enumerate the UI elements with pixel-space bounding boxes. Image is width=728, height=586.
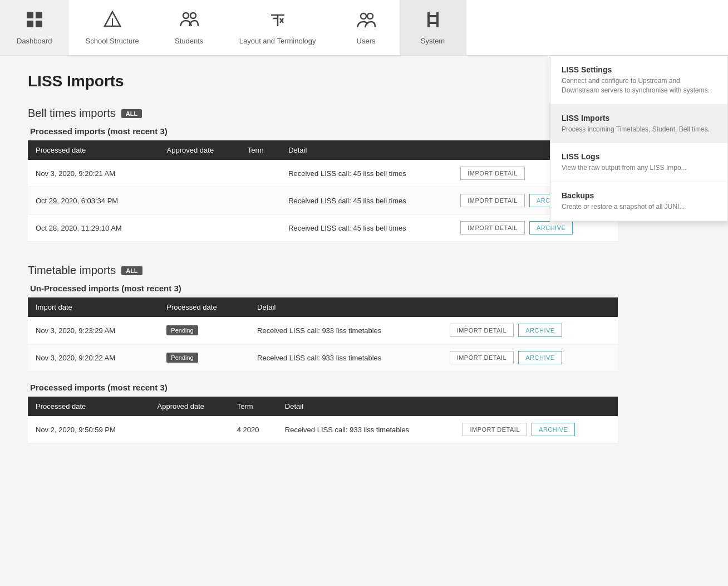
svg-point-8 [190,13,196,18]
timetable-unprocessed-table: Import date Processed date Detail Nov 3,… [28,297,618,372]
nav-users[interactable]: Users [333,0,400,55]
dropdown-liss-settings[interactable]: LISS Settings Connect and configure to U… [550,56,727,105]
dropdown-liss-imports-desc: Process incoming Timetables, Student, Be… [562,125,716,134]
tt-unproc-row1-processed-date: Pending [159,317,249,344]
school-structure-icon [104,11,121,32]
nav-students-label: Students [175,37,203,45]
timetable-unprocessed-header-row: Import date Processed date Detail [28,297,618,317]
bell-row1-approved-date [159,160,240,187]
dropdown-backups[interactable]: Backups Create or restore a snapshot of … [550,182,727,221]
col-detail: Detail [281,140,452,160]
bell-row1-term [240,160,281,187]
timetable-all-badge[interactable]: ALL [121,266,142,275]
table-row: Nov 2, 2020, 9:50:59 PM 4 2020 Received … [28,416,618,443]
bell-times-table: Processed date Approved date Term Detail… [28,140,618,242]
dropdown-liss-logs-desc: View the raw output from any LISS Impo..… [562,163,716,173]
tt-unproc-row1-detail: Received LISS call: 933 liss timetables [249,317,442,344]
dropdown-liss-settings-title: LISS Settings [562,65,716,74]
table-row: Nov 3, 2020, 9:20:22 AM Pending Received… [28,344,618,372]
dropdown-liss-logs[interactable]: LISS Logs View the raw output from any L… [550,143,727,182]
import-detail-button[interactable]: IMPORT DETAIL [450,324,514,337]
svg-point-7 [183,13,189,18]
tt-proc-row1-processed-date: Nov 2, 2020, 9:50:59 PM [28,416,150,443]
bell-row3-term [240,214,281,242]
svg-rect-18 [427,15,439,17]
col-detail: Detail [277,397,455,416]
tt-proc-row1-actions: IMPORT DETAIL ARCHIVE [455,416,618,443]
tt-proc-row1-term: 4 2020 [229,416,277,443]
col-approved-date: Approved date [150,397,229,416]
pending-badge: Pending [166,325,198,335]
dropdown-liss-settings-desc: Connect and configure to Upstream and Do… [562,76,716,95]
col-import-date: Import date [28,297,159,317]
svg-point-14 [361,13,366,19]
bell-times-processed-title: Processed imports (most recent 3) [30,126,618,136]
col-term: Term [229,397,277,416]
nav-users-label: Users [357,37,376,45]
top-navigation: Dashboard School Structure Students [0,0,728,56]
dropdown-liss-logs-title: LISS Logs [562,152,716,161]
bell-times-table-header-row: Processed date Approved date Term Detail [28,140,618,160]
bell-times-all-badge[interactable]: ALL [121,109,142,118]
nav-dashboard-label: Dashboard [17,37,52,45]
import-detail-button[interactable]: IMPORT DETAIL [460,194,525,207]
nav-school-structure-label: School Structure [86,37,139,45]
bell-row2-term [240,187,281,214]
col-processed-date: Processed date [28,397,150,416]
tt-proc-row1-approved-date [150,416,229,443]
tt-unproc-row1-import-date: Nov 3, 2020, 9:23:29 AM [28,317,159,344]
nav-dashboard[interactable]: Dashboard [0,0,69,55]
bell-row2-processed-date: Oct 29, 2020, 6:03:34 PM [28,187,159,214]
col-processed-date: Processed date [28,140,159,160]
nav-layout-terminology-label: Layout and Terminology [239,37,316,45]
svg-rect-1 [36,12,42,18]
pending-badge: Pending [166,353,198,363]
table-row: Nov 3, 2020, 9:20:21 AM Received LISS ca… [28,160,618,187]
bell-times-section: Bell times imports ALL Processed imports… [28,107,618,242]
tt-unproc-row2-actions: IMPORT DETAIL ARCHIVE [442,344,618,372]
tt-unproc-row2-import-date: Nov 3, 2020, 9:20:22 AM [28,344,159,372]
nav-layout-terminology[interactable]: Layout and Terminology [223,0,333,55]
bell-row3-approved-date [159,214,240,242]
table-row: Nov 3, 2020, 9:23:29 AM Pending Received… [28,317,618,344]
archive-button[interactable]: ARCHIVE [529,221,573,235]
bell-row1-detail: Received LISS call: 45 liss bell times [281,160,452,187]
import-detail-button[interactable]: IMPORT DETAIL [460,167,525,180]
timetable-unprocessed-title: Un-Processed imports (most recent 3) [30,284,618,293]
import-detail-button[interactable]: IMPORT DETAIL [463,423,527,436]
bell-row2-approved-date [159,187,240,214]
col-processed-date: Processed date [159,297,249,317]
import-detail-button[interactable]: IMPORT DETAIL [450,351,514,364]
bell-row1-processed-date: Nov 3, 2020, 9:20:21 AM [28,160,159,187]
svg-rect-3 [36,21,42,27]
col-approved-date: Approved date [159,140,240,160]
nav-system[interactable]: System [400,0,466,55]
col-detail: Detail [249,297,442,317]
archive-button[interactable]: ARCHIVE [518,324,562,337]
nav-students[interactable]: Students [156,0,223,55]
import-detail-button[interactable]: IMPORT DETAIL [460,221,525,235]
timetable-processed-table: Processed date Approved date Term Detail… [28,397,618,443]
dropdown-backups-title: Backups [562,191,716,200]
timetable-processed-title: Processed imports (most recent 3) [30,383,618,392]
students-icon [179,11,199,32]
tt-unproc-row2-detail: Received LISS call: 933 liss timetables [249,344,442,372]
archive-button[interactable]: ARCHIVE [532,423,575,436]
svg-rect-16 [427,12,430,27]
dashboard-icon [26,11,43,32]
tt-unproc-row1-actions: IMPORT DETAIL ARCHIVE [442,317,618,344]
bell-row2-detail: Received LISS call: 45 liss bell times [281,187,452,214]
nav-school-structure[interactable]: School Structure [69,0,156,55]
archive-button[interactable]: ARCHIVE [518,351,562,364]
col-actions [455,397,618,416]
dropdown-backups-desc: Create or restore a snapshot of all JUNI… [562,202,716,212]
page-title: LISS Imports [28,72,618,90]
dropdown-liss-imports[interactable]: LISS Imports Process incoming Timetables… [550,105,727,144]
svg-rect-17 [436,12,439,27]
layout-terminology-icon [269,11,287,32]
dropdown-liss-imports-title: LISS Imports [562,114,716,123]
svg-rect-19 [427,22,439,24]
bell-row3-processed-date: Oct 28, 2020, 11:29:10 AM [28,214,159,242]
tt-unproc-row2-processed-date: Pending [159,344,249,372]
table-row: Oct 29, 2020, 6:03:34 PM Received LISS c… [28,187,618,214]
